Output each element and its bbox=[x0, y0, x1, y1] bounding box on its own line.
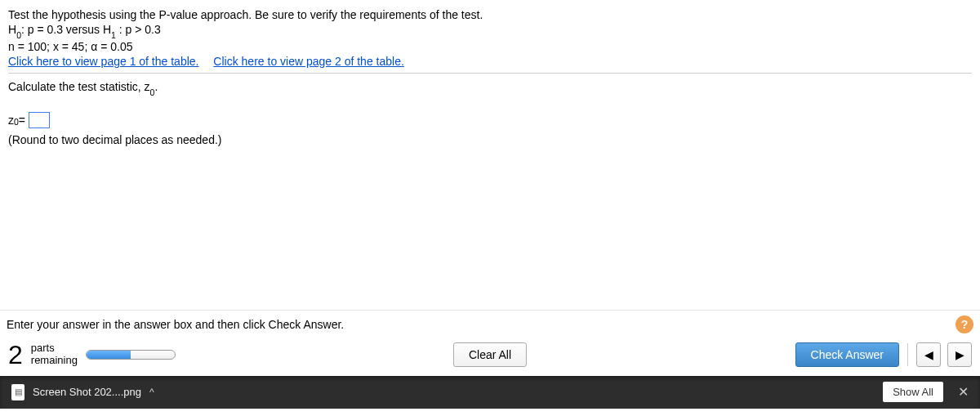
question-panel: Test the hypothesis using the P-value ap… bbox=[0, 0, 980, 146]
file-icon: ▤ bbox=[11, 384, 24, 400]
calculate-statistic-line: Calculate the test statistic, z0. bbox=[8, 80, 972, 96]
clear-all-wrap: Clear All bbox=[453, 342, 527, 367]
h1-subscript: 1 bbox=[111, 30, 116, 40]
z0-label-sub: 0 bbox=[14, 117, 19, 127]
calc-prefix: Calculate the test statistic, z bbox=[8, 80, 150, 93]
close-icon[interactable]: ✕ bbox=[958, 384, 969, 400]
divider bbox=[8, 73, 972, 74]
answer-row: z0 = bbox=[8, 112, 972, 128]
table-link-1[interactable]: Click here to view page 1 of the table. bbox=[8, 55, 198, 68]
downloads-right: Show All ✕ bbox=[883, 382, 969, 402]
parts-label-top: parts bbox=[31, 342, 78, 354]
nav-prev-button[interactable]: ◀ bbox=[916, 342, 941, 367]
progress-bar bbox=[86, 350, 176, 360]
table-link-2[interactable]: Click here to view page 2 of the table. bbox=[213, 55, 403, 68]
right-controls: Check Answer ◀ ▶ bbox=[795, 342, 972, 367]
show-all-button[interactable]: Show All bbox=[883, 382, 943, 402]
table-links: Click here to view page 1 of the table. … bbox=[8, 55, 972, 68]
parts-left: 2 parts remaining bbox=[8, 342, 176, 368]
z0-label-suffix: = bbox=[19, 114, 25, 127]
round-note: (Round to two decimal places as needed.) bbox=[8, 133, 972, 146]
check-answer-button[interactable]: Check Answer bbox=[795, 342, 899, 367]
h1-body: : p > 0.3 bbox=[116, 23, 161, 36]
progress-fill bbox=[87, 351, 131, 359]
nav-next-button[interactable]: ▶ bbox=[947, 342, 972, 367]
download-file-name: Screen Shot 202....png bbox=[33, 386, 141, 398]
z0-input[interactable] bbox=[29, 112, 50, 128]
parts-count: 2 bbox=[8, 342, 23, 368]
parts-row: 2 parts remaining Clear All Check Answer… bbox=[0, 337, 980, 376]
help-icon[interactable]: ? bbox=[956, 315, 973, 333]
h0-prefix: H bbox=[8, 23, 16, 36]
footer-prompt-row: Enter your answer in the answer box and … bbox=[0, 310, 980, 337]
z0-label-prefix: z bbox=[8, 114, 14, 127]
separator bbox=[907, 343, 908, 366]
download-item[interactable]: ▤ Screen Shot 202....png ^ bbox=[11, 384, 154, 400]
parts-label: parts remaining bbox=[31, 342, 78, 366]
question-intro: Test the hypothesis using the P-value ap… bbox=[8, 8, 972, 21]
hypothesis-line: H0: p = 0.3 versus H1 : p > 0.3 bbox=[8, 23, 972, 38]
footer-prompt-text: Enter your answer in the answer box and … bbox=[7, 318, 344, 331]
clear-all-button[interactable]: Clear All bbox=[453, 342, 527, 367]
chevron-up-icon[interactable]: ^ bbox=[149, 387, 154, 398]
downloads-bar: ▤ Screen Shot 202....png ^ Show All ✕ bbox=[0, 376, 980, 409]
parts-label-bottom: remaining bbox=[31, 355, 78, 366]
params-line: n = 100; x = 45; α = 0.05 bbox=[8, 40, 972, 53]
h0-subscript: 0 bbox=[16, 30, 21, 40]
h0-body: : p = 0.3 versus H bbox=[21, 23, 111, 36]
calc-suffix: . bbox=[154, 80, 158, 93]
calc-sub: 0 bbox=[150, 87, 155, 97]
